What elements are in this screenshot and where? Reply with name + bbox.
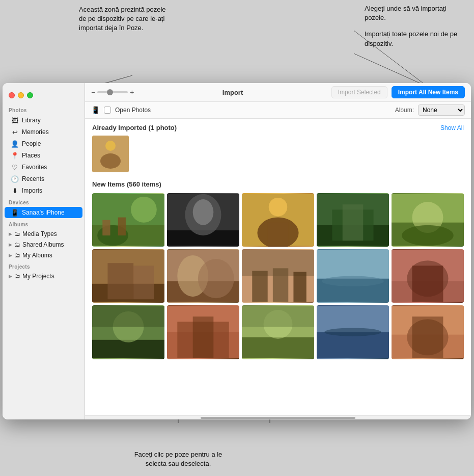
- sidebar-item-my-projects[interactable]: ▶ 🗂 My Projects: [5, 271, 82, 281]
- sidebar-item-people-label: People: [22, 140, 41, 147]
- import-all-button[interactable]: Import All New Items: [392, 86, 465, 98]
- main-panel: − + Import Import Selected Import All Ne…: [85, 83, 471, 419]
- already-imported-photo[interactable]: [92, 136, 129, 172]
- sidebar-item-recents[interactable]: 🕐 Recents: [5, 173, 82, 184]
- devices-section-label: Devices: [3, 197, 85, 206]
- sidebar-item-recents-label: Recents: [22, 175, 44, 182]
- my-projects-chevron: ▶: [9, 274, 12, 279]
- sidebar-item-memories[interactable]: ↩ Memories: [5, 126, 82, 138]
- album-label: Album:: [395, 107, 414, 114]
- svg-rect-60: [242, 337, 314, 358]
- sidebar-item-device-label: Sanaa's iPhone: [22, 209, 65, 216]
- my-projects-icon: 🗂: [14, 273, 20, 280]
- projects-section-label: Projects: [3, 261, 85, 271]
- already-imported-header: Already Imported (1 photo) Show All: [92, 124, 464, 131]
- photo-cell[interactable]: [392, 193, 464, 247]
- photo-cell[interactable]: [242, 249, 314, 303]
- topbar: 📱 Open Photos Album: None New Album: [85, 102, 471, 119]
- recents-icon: 🕐: [11, 175, 19, 183]
- scrollbar-thumb[interactable]: [201, 417, 355, 419]
- sidebar-item-library[interactable]: 🖼 Library: [5, 115, 82, 126]
- memories-icon: ↩: [11, 128, 19, 136]
- shared-albums-icon: 🗂: [14, 241, 20, 248]
- media-types-chevron: ▶: [9, 231, 12, 236]
- svg-rect-45: [317, 250, 389, 279]
- toolbar: − + Import Import Selected Import All Ne…: [85, 83, 471, 102]
- my-albums-chevron: ▶: [9, 253, 12, 258]
- svg-rect-42: [293, 272, 306, 302]
- people-icon: 👤: [11, 140, 19, 148]
- zoom-controls: − +: [91, 88, 134, 96]
- svg-rect-13: [118, 218, 126, 236]
- sidebar-item-people[interactable]: 👤 People: [5, 138, 82, 149]
- svg-point-6: [105, 141, 116, 151]
- sidebar-item-imports[interactable]: ⬇ Imports: [5, 185, 82, 196]
- my-albums-icon: 🗂: [14, 252, 20, 259]
- fullscreen-button[interactable]: [27, 92, 33, 98]
- svg-rect-58: [193, 317, 214, 358]
- album-select[interactable]: None New Album: [418, 104, 465, 116]
- albums-section-label: Albums: [3, 219, 85, 228]
- sidebar-item-memories-label: Memories: [22, 128, 49, 136]
- imports-icon: ⬇: [11, 187, 19, 195]
- svg-point-10: [131, 197, 157, 223]
- zoom-in-button[interactable]: +: [130, 88, 134, 96]
- photo-cell[interactable]: [317, 305, 389, 359]
- phone-icon: 📱: [91, 106, 100, 114]
- zoom-slider[interactable]: [97, 91, 128, 93]
- svg-rect-62: [242, 306, 314, 327]
- sidebar-item-favorites[interactable]: ♡ Favorites: [5, 162, 82, 173]
- scrollbar-area[interactable]: [85, 415, 471, 419]
- photo-cell[interactable]: [167, 305, 239, 359]
- places-icon: 📍: [11, 151, 19, 160]
- toolbar-title: Import: [138, 89, 327, 96]
- svg-rect-50: [412, 266, 443, 302]
- svg-rect-32: [107, 263, 133, 299]
- photo-cell[interactable]: [392, 249, 464, 303]
- callout-left: Această zonă prezintă pozele de pe dispo…: [79, 5, 173, 33]
- svg-rect-21: [268, 223, 289, 246]
- sidebar-item-imports-label: Imports: [22, 187, 42, 194]
- svg-rect-41: [273, 269, 288, 302]
- photo-cell[interactable]: [92, 305, 164, 359]
- import-selected-button[interactable]: Import Selected: [331, 86, 387, 98]
- photo-cell[interactable]: [242, 193, 314, 247]
- close-button[interactable]: [9, 92, 15, 98]
- photo-cell[interactable]: [92, 249, 164, 303]
- content-area[interactable]: Already Imported (1 photo) Show All New …: [85, 119, 471, 415]
- svg-point-7: [100, 153, 121, 169]
- sidebar-item-places[interactable]: 📍 Places: [5, 150, 82, 161]
- photo-grid: [92, 193, 464, 359]
- sidebar-item-library-label: Library: [22, 117, 41, 124]
- photo-cell[interactable]: [317, 193, 389, 247]
- sidebar-item-my-albums[interactable]: ▶ 🗂 My Albums: [5, 250, 82, 260]
- photo-cell[interactable]: [317, 249, 389, 303]
- sidebar-item-media-types[interactable]: ▶ 🗂 Media Types: [5, 229, 82, 239]
- sidebar-item-favorites-label: Favorites: [22, 164, 47, 171]
- traffic-lights: [3, 88, 85, 104]
- minimize-button[interactable]: [18, 92, 24, 98]
- open-photos-checkbox[interactable]: [104, 107, 111, 114]
- photo-cell[interactable]: [167, 249, 239, 303]
- library-icon: 🖼: [11, 116, 19, 124]
- photo-cell[interactable]: [242, 305, 314, 359]
- photo-cell[interactable]: [167, 193, 239, 247]
- sidebar: Photos 🖼 Library ↩ Memories 👤 People 📍 P…: [3, 83, 85, 419]
- svg-rect-40: [252, 271, 267, 302]
- callout-bottom: Faceți clic pe poze pentru a le selecta …: [127, 450, 229, 468]
- svg-line-2: [354, 54, 428, 87]
- svg-point-19: [269, 198, 288, 217]
- zoom-out-button[interactable]: −: [91, 88, 95, 96]
- sidebar-item-shared-albums[interactable]: ▶ 🗂 Shared Albums: [5, 240, 82, 250]
- photos-section-label: Photos: [3, 104, 85, 114]
- already-imported-grid: [92, 136, 464, 172]
- svg-point-66: [324, 328, 381, 336]
- sidebar-item-device[interactable]: 📱 Sanaa's iPhone: [5, 207, 82, 218]
- photo-cell[interactable]: [392, 305, 464, 359]
- sidebar-item-places-label: Places: [22, 152, 40, 159]
- open-photos-label: Open Photos: [115, 107, 151, 114]
- svg-rect-52: [92, 340, 164, 358]
- photo-cell[interactable]: [92, 193, 164, 247]
- svg-rect-70: [412, 317, 443, 358]
- show-all-link[interactable]: Show All: [440, 124, 464, 131]
